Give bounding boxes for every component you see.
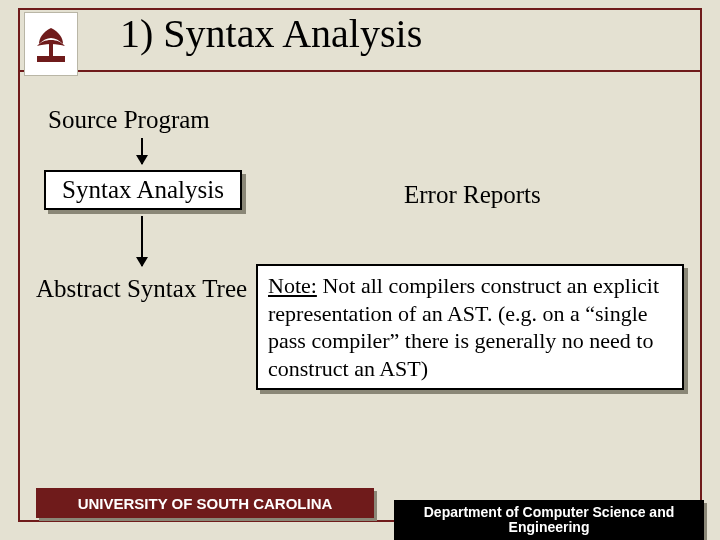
slide: 1) Syntax Analysis Source Program Syntax… — [0, 0, 720, 540]
box-syntax-analysis-label: Syntax Analysis — [62, 176, 224, 204]
footer-department: Department of Computer Science and Engin… — [394, 500, 704, 540]
arrow-down-icon — [141, 216, 143, 266]
arrow-down-icon — [141, 138, 143, 164]
svg-rect-0 — [49, 44, 53, 58]
box-syntax-analysis: Syntax Analysis — [44, 170, 242, 210]
note-body: Not all compilers construct an explicit … — [268, 273, 659, 381]
note-lead: Note: — [268, 273, 317, 298]
label-source-program: Source Program — [48, 106, 210, 134]
university-logo-icon — [24, 12, 78, 76]
footer-university-text: UNIVERSITY OF SOUTH CAROLINA — [78, 495, 333, 512]
svg-rect-1 — [37, 56, 65, 62]
label-error-reports: Error Reports — [404, 181, 541, 209]
footer-university: UNIVERSITY OF SOUTH CAROLINA — [36, 488, 374, 518]
title-rule — [18, 70, 702, 72]
label-abstract-syntax-tree: Abstract Syntax Tree — [36, 275, 247, 303]
footer-department-text: Department of Computer Science and Engin… — [394, 505, 704, 536]
note-box: Note: Not all compilers construct an exp… — [256, 264, 684, 390]
slide-title: 1) Syntax Analysis — [120, 10, 422, 57]
